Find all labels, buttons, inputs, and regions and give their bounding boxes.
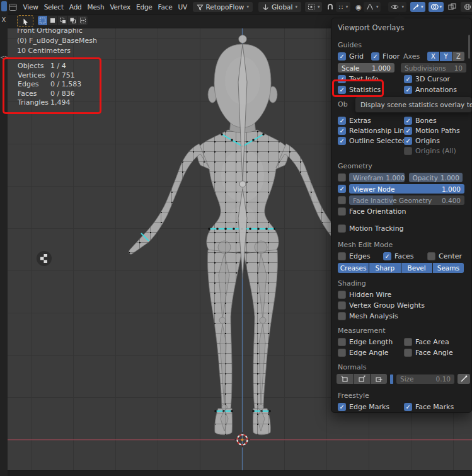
- mesh-analysis-toggle[interactable]: Mesh Analysis: [338, 311, 398, 321]
- constant-screen-size-icon[interactable]: [458, 374, 470, 384]
- menu-edge[interactable]: Edge: [133, 3, 155, 11]
- viewer-node-slider[interactable]: Viewer Node1.000: [349, 184, 464, 194]
- faces-toggle[interactable]: Faces: [383, 252, 414, 261]
- mesh-analysis-checkbox[interactable]: [338, 312, 346, 320]
- snap-target-dropdown[interactable]: ∷ ▾: [336, 2, 350, 12]
- relationship-lines-checkbox[interactable]: [338, 127, 346, 135]
- wireframe-checkbox[interactable]: [338, 173, 346, 182]
- extras-toggle[interactable]: Extras: [338, 116, 371, 125]
- sharp-button[interactable]: Sharp: [369, 263, 400, 273]
- faces-checkbox[interactable]: [383, 252, 391, 260]
- floor-toggle[interactable]: Floor: [371, 52, 400, 61]
- grid-checkbox[interactable]: [338, 52, 346, 61]
- face-marks-toggle[interactable]: Face Marks: [404, 402, 454, 412]
- annotations-toggle[interactable]: Annotations: [404, 85, 457, 95]
- select-mode-invert-button[interactable]: [68, 16, 78, 25]
- panel-scrollbar[interactable]: [468, 35, 470, 59]
- axis-z-button[interactable]: Z: [452, 52, 464, 61]
- bones-toggle[interactable]: Bones: [404, 116, 437, 125]
- edges-checkbox[interactable]: [338, 252, 346, 260]
- wireframe-opacity-slider[interactable]: Opacity1.000: [409, 173, 463, 182]
- outline-selected-toggle[interactable]: Outline Selected: [338, 136, 406, 146]
- proportional-falloff-dropdown[interactable]: ▾: [364, 2, 381, 12]
- fade-inactive-slider[interactable]: Fade Inactive Geometry0.400: [349, 195, 464, 205]
- edge-angle-toggle[interactable]: Edge Angle: [338, 348, 388, 357]
- select-mode-extend-button[interactable]: [48, 16, 57, 25]
- floor-checkbox[interactable]: [371, 52, 379, 61]
- center-toggle[interactable]: Center: [427, 252, 462, 261]
- edge-marks-toggle[interactable]: Edge Marks: [338, 402, 389, 412]
- xray-toggle-icon[interactable]: [448, 3, 456, 11]
- face-area-toggle[interactable]: Face Area: [404, 337, 449, 347]
- select-mode-set-button[interactable]: [38, 16, 47, 25]
- menu-select[interactable]: Select: [41, 3, 66, 11]
- outline-selected-checkbox[interactable]: [338, 137, 346, 145]
- motion-tracking-toggle[interactable]: Motion Tracking: [338, 224, 404, 233]
- show-overlays-button[interactable]: ▾: [429, 2, 444, 12]
- wireframe-slider[interactable]: Wirefram1.000: [349, 173, 405, 182]
- face-orientation-checkbox[interactable]: [338, 207, 346, 216]
- creases-button[interactable]: Creases: [338, 263, 369, 273]
- transform-orientation-dropdown[interactable]: Global ▾: [258, 2, 301, 12]
- vertex-group-weights-checkbox[interactable]: [338, 301, 346, 310]
- normals-size-slider[interactable]: Size0.10: [396, 374, 454, 384]
- editor-type-dropdown-icon[interactable]: [9, 3, 17, 11]
- 3d-cursor-checkbox[interactable]: [404, 75, 412, 83]
- edge-length-toggle[interactable]: Edge Length: [338, 337, 393, 347]
- close-button[interactable]: X: [0, 16, 8, 23]
- extras-checkbox[interactable]: [338, 117, 346, 125]
- axis-x-button[interactable]: X: [427, 52, 439, 61]
- motion-paths-toggle[interactable]: Motion Paths: [404, 126, 460, 136]
- split-normals-icon[interactable]: [354, 374, 370, 384]
- face-marks-checkbox[interactable]: [404, 403, 412, 411]
- active-tool-tweak-button[interactable]: [17, 15, 33, 27]
- annotations-checkbox[interactable]: [404, 86, 412, 94]
- origins-checkbox[interactable]: [404, 137, 412, 145]
- grid-scale-slider[interactable]: Scale1.000: [338, 63, 394, 73]
- show-gizmos-button[interactable]: ▾: [410, 2, 425, 12]
- pivot-point-dropdown[interactable]: ▾: [305, 2, 323, 12]
- face-area-checkbox[interactable]: [404, 338, 412, 346]
- motion-tracking-checkbox[interactable]: [338, 224, 346, 233]
- vertex-group-weights-toggle[interactable]: Vertex Group Weights: [338, 301, 425, 310]
- motion-paths-checkbox[interactable]: [404, 127, 412, 135]
- statistics-toggle[interactable]: Statistics: [338, 85, 381, 95]
- retopoflow-menu[interactable]: RetopoFlow ▾: [193, 2, 253, 12]
- panel-expand-handle[interactable]: <>: [0, 54, 8, 61]
- menu-face[interactable]: Face: [155, 3, 175, 11]
- statistics-checkbox[interactable]: [338, 86, 346, 94]
- wireframe-shading-button[interactable]: [463, 3, 472, 11]
- 3d-cursor-toggle[interactable]: 3D Cursor: [404, 74, 450, 84]
- hidden-wire-toggle[interactable]: Hidden Wire: [338, 290, 391, 299]
- editor-type-icon[interactable]: [1, 1, 7, 11]
- grid-toggle[interactable]: Grid: [338, 52, 364, 61]
- view-object-types-dropdown[interactable]: ▾: [388, 2, 406, 12]
- select-mode-intersect-button[interactable]: [78, 16, 88, 25]
- origins-toggle[interactable]: Origins: [404, 136, 440, 146]
- face-angle-toggle[interactable]: Face Angle: [404, 348, 453, 357]
- edge-marks-checkbox[interactable]: [338, 403, 346, 411]
- edges-toggle[interactable]: Edges: [338, 252, 370, 261]
- face-angle-checkbox[interactable]: [404, 349, 412, 357]
- menu-view[interactable]: View: [20, 3, 41, 11]
- grid-subdivisions-slider[interactable]: Subdivisions10: [401, 63, 466, 73]
- bones-checkbox[interactable]: [404, 117, 412, 125]
- origins-all-checkbox[interactable]: [404, 147, 412, 155]
- center-checkbox[interactable]: [427, 252, 435, 260]
- hidden-wire-checkbox[interactable]: [338, 291, 346, 299]
- face-normals-icon[interactable]: [371, 374, 387, 384]
- proportional-editing-icon[interactable]: ◉: [355, 3, 362, 11]
- axis-y-button[interactable]: Y: [440, 52, 452, 61]
- menu-uv[interactable]: UV: [175, 3, 190, 11]
- face-orientation-toggle[interactable]: Face Orientation: [338, 207, 406, 216]
- edge-length-checkbox[interactable]: [338, 338, 346, 346]
- menu-add[interactable]: Add: [66, 3, 84, 11]
- origins-all-toggle[interactable]: Origins (All): [404, 146, 456, 156]
- relationship-lines-toggle[interactable]: Relationship Lines: [338, 126, 412, 136]
- edge-angle-checkbox[interactable]: [338, 349, 346, 357]
- menu-vertex[interactable]: Vertex: [107, 3, 134, 11]
- viewer-node-checkbox[interactable]: [338, 185, 346, 193]
- text-info-checkbox[interactable]: [338, 75, 346, 83]
- fade-inactive-checkbox[interactable]: [338, 196, 346, 204]
- seams-button[interactable]: Seams: [433, 263, 464, 273]
